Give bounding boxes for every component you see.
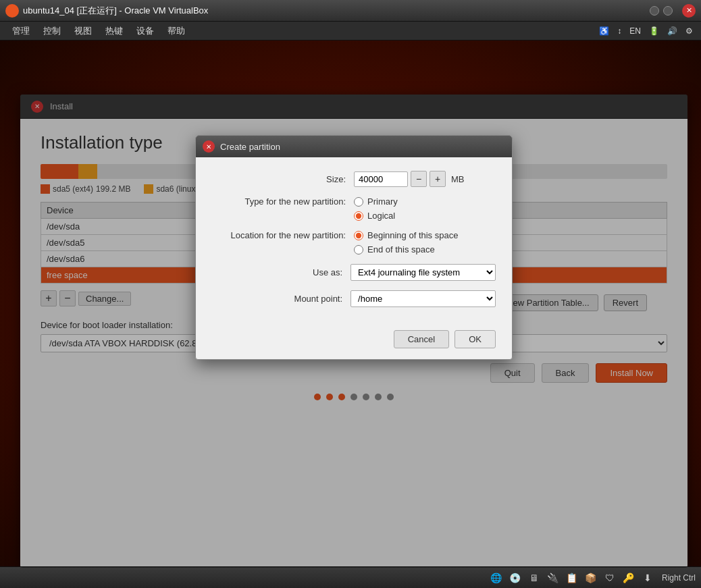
- menu-item-view[interactable]: 视图: [68, 22, 99, 40]
- tray-volume[interactable]: 🔊: [665, 25, 680, 37]
- installer-window: ✕ Install Installation type sda5 (ext4) …: [20, 95, 687, 568]
- mount-point-select[interactable]: /home: [350, 290, 496, 307]
- menu-item-help[interactable]: 帮助: [161, 22, 192, 40]
- location-beginning-radio[interactable]: [354, 231, 363, 240]
- dialog-overlay: ✕ Create partition Size: − + MB: [20, 95, 687, 568]
- location-label: Location for the new partition:: [212, 230, 354, 240]
- dialog-location-row: Location for the new partition: Beginnin…: [212, 230, 496, 255]
- taskbar-icon-2[interactable]: 💿: [508, 570, 523, 585]
- location-end-label[interactable]: End of this space: [354, 244, 458, 255]
- taskbar: 🌐 💿 🖥 🔌 📋 📦 🛡 🔑 ⬇ Right Ctrl: [0, 566, 701, 588]
- location-beginning-text: Beginning of this space: [367, 230, 458, 240]
- minimize-button[interactable]: [650, 6, 659, 16]
- dialog-close-button[interactable]: ✕: [203, 140, 215, 153]
- app-icon: [5, 4, 19, 18]
- desktop: ✕ Install Installation type sda5 (ext4) …: [0, 41, 701, 588]
- maximize-button[interactable]: [663, 6, 673, 16]
- dialog-title: Create partition: [220, 142, 280, 152]
- taskbar-icon-5[interactable]: 📋: [565, 570, 579, 585]
- size-unit: MB: [451, 174, 465, 184]
- tray-network[interactable]: ↕: [615, 25, 624, 37]
- taskbar-icon-1[interactable]: 🌐: [489, 570, 504, 585]
- taskbar-icon-7[interactable]: 🛡: [602, 570, 617, 585]
- taskbar-icon-8[interactable]: 🔑: [621, 570, 636, 585]
- create-partition-dialog: ✕ Create partition Size: − + MB: [195, 135, 513, 360]
- dialog-size-row: Size: − + MB: [212, 171, 496, 187]
- dialog-footer: Cancel OK: [196, 330, 512, 359]
- dialog-body: Size: − + MB Type for the new partition:: [196, 157, 512, 330]
- dialog-ok-button[interactable]: OK: [455, 330, 496, 348]
- size-input-group: − + MB: [354, 171, 465, 187]
- location-radio-group: Beginning of this space End of this spac…: [354, 230, 458, 255]
- menubar: 管理 控制 视图 热键 设备 帮助: [0, 22, 701, 41]
- dialog-mount-row: Mount point: /home: [212, 290, 496, 307]
- location-end-radio[interactable]: [354, 245, 363, 255]
- type-primary-label[interactable]: Primary: [354, 196, 398, 207]
- size-label: Size:: [212, 174, 354, 184]
- menu-item-hotkey[interactable]: 热键: [99, 22, 130, 40]
- location-end-text: End of this space: [367, 244, 435, 255]
- taskbar-icon-6[interactable]: 📦: [583, 570, 598, 585]
- type-logical-radio[interactable]: [354, 211, 363, 221]
- mount-point-label: Mount point:: [212, 294, 350, 304]
- type-logical-text: Logical: [367, 211, 395, 221]
- dialog-cancel-button[interactable]: Cancel: [394, 330, 449, 348]
- taskbar-icon-4[interactable]: 🔌: [546, 570, 561, 585]
- menu-item-control[interactable]: 控制: [36, 22, 68, 40]
- type-label: Type for the new partition:: [212, 196, 354, 207]
- type-primary-radio[interactable]: [354, 197, 363, 207]
- size-increase-button[interactable]: +: [430, 171, 446, 187]
- size-input[interactable]: [354, 171, 408, 187]
- titlebar: ubuntu14_04 [正在运行] - Oracle VM VirtualBo…: [0, 0, 701, 22]
- menu-item-manage[interactable]: 管理: [5, 22, 36, 40]
- dialog-use-as-row: Use as: Ext4 journaling file system: [212, 264, 496, 281]
- tray-battery[interactable]: 🔋: [646, 25, 662, 37]
- menu-item-devices[interactable]: 设备: [130, 22, 161, 40]
- location-beginning-label[interactable]: Beginning of this space: [354, 230, 458, 240]
- window-title: ubuntu14_04 [正在运行] - Oracle VM VirtualBo…: [23, 5, 650, 17]
- taskbar-icon-9[interactable]: ⬇: [640, 570, 655, 585]
- tray-keyboard[interactable]: EN: [627, 25, 644, 37]
- partition-type-radio-group: Primary Logical: [354, 196, 398, 221]
- right-ctrl-label: Right Ctrl: [662, 573, 696, 583]
- use-as-select[interactable]: Ext4 journaling file system: [350, 264, 496, 281]
- type-logical-label[interactable]: Logical: [354, 211, 398, 221]
- tray-accessibility[interactable]: ♿: [596, 25, 612, 37]
- size-decrease-button[interactable]: −: [411, 171, 427, 187]
- close-button[interactable]: ✕: [682, 4, 696, 18]
- type-primary-text: Primary: [367, 196, 398, 207]
- dialog-type-row: Type for the new partition: Primary Logi…: [212, 196, 496, 221]
- dialog-titlebar: ✕ Create partition: [196, 136, 512, 157]
- taskbar-icon-3[interactable]: 🖥: [527, 570, 542, 585]
- use-as-label: Use as:: [212, 267, 350, 277]
- tray-settings[interactable]: ⚙: [683, 25, 696, 37]
- system-tray: ♿ ↕ EN 🔋 🔊 ⚙: [596, 22, 696, 41]
- taskbar-icons: 🌐 💿 🖥 🔌 📋 📦 🛡 🔑 ⬇ Right Ctrl: [489, 570, 696, 585]
